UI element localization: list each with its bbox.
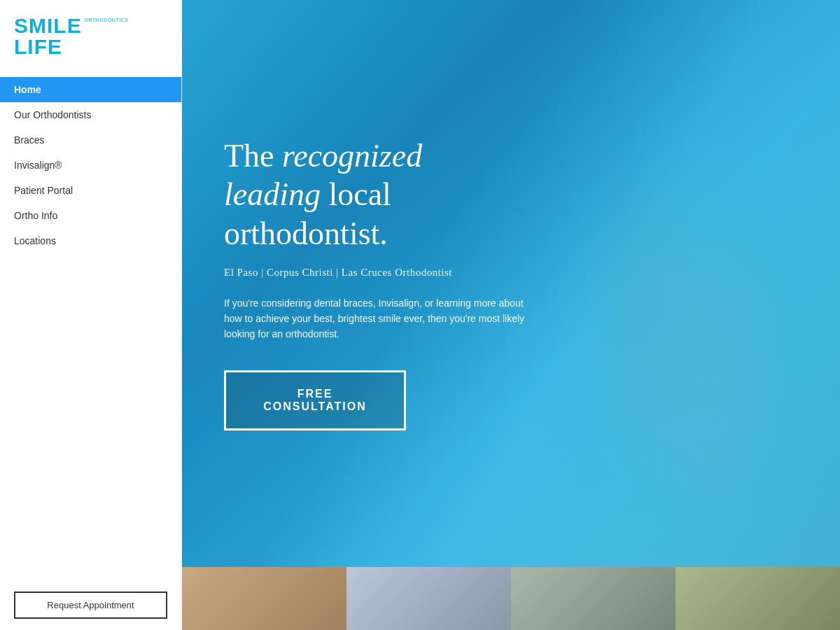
sidebar-item-ortho-info[interactable]: Ortho Info (0, 203, 181, 228)
thumbnail-3 (511, 567, 676, 630)
sidebar-item-orthodontists[interactable]: Our Orthodontists (0, 102, 181, 127)
logo: SMILE LIFE ORTHODONTICS (14, 15, 128, 57)
hero-heading-pre: The (224, 138, 282, 174)
thumbnail-2 (346, 567, 511, 630)
logo-main: SMILE LIFE (14, 15, 82, 57)
thumbnail-1 (182, 567, 346, 630)
sidebar-item-locations[interactable]: Locations (0, 228, 181, 253)
logo-area: SMILE LIFE ORTHODONTICS (0, 0, 181, 70)
hero-section: The recognizedleading localorthodontist.… (182, 0, 840, 567)
logo-subtitle: ORTHODONTICS (85, 17, 129, 23)
hero-content: The recognizedleading localorthodontist.… (182, 0, 840, 567)
free-consultation-button[interactable]: FREE CONSULTATION (224, 370, 406, 430)
hero-description: If you're considering dental braces, Inv… (224, 295, 525, 342)
sidebar-nav: Home Our Orthodontists Braces Invisalign… (0, 77, 181, 580)
bottom-thumbnails (182, 567, 840, 630)
sidebar-item-braces[interactable]: Braces (0, 127, 181, 153)
sidebar-item-home[interactable]: Home (0, 77, 181, 102)
sidebar-item-patient-portal[interactable]: Patient Portal (0, 178, 181, 203)
logo-smile-text: SMILE (14, 14, 82, 37)
request-appointment-button[interactable]: Request Appointment (14, 592, 167, 619)
sidebar: SMILE LIFE ORTHODONTICS Home Our Orthodo… (0, 0, 182, 630)
hero-subheading: El Paso | Corpus Christi | Las Cruces Or… (224, 267, 798, 279)
hero-heading: The recognizedleading localorthodontist. (224, 136, 574, 253)
logo-life-text: LIFE (14, 35, 62, 58)
sidebar-item-invisalign[interactable]: Invisalign® (0, 153, 181, 178)
thumbnail-4 (676, 567, 840, 630)
main-content: The recognizedleading localorthodontist.… (182, 0, 840, 630)
logo-smile-life: SMILE LIFE (14, 15, 82, 57)
